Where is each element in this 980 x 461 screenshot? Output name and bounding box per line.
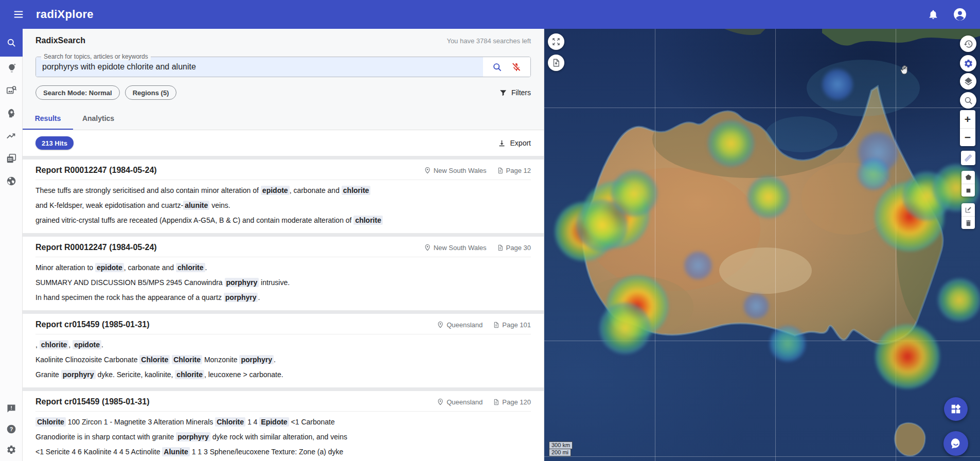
keyword-highlight: porphyry <box>176 432 210 441</box>
chat-fab[interactable] <box>943 431 968 456</box>
results-list: Report R00012247 (1984-05-24)New South W… <box>23 159 544 461</box>
report-snippet-line: These tuffs are strongly sericitised and… <box>35 186 531 195</box>
widgets-fab[interactable] <box>944 397 968 421</box>
tab-results[interactable]: Results <box>23 107 73 130</box>
snippet-text: Kaolinite Clinozoisite Carbonate <box>35 356 139 364</box>
map-search-button[interactable] <box>960 92 976 109</box>
sidebar-item-ideas[interactable] <box>0 57 23 79</box>
zoom-out-button[interactable]: − <box>960 128 975 146</box>
keyword-highlight: Chlorite <box>172 355 202 364</box>
report-snippet-line: Granite porphyry dyke. Sericite, kaolini… <box>35 370 531 379</box>
svg-text:?: ? <box>9 426 13 432</box>
divider <box>35 334 531 334</box>
sidebar-item-psychology[interactable] <box>0 102 23 125</box>
app-title: radiXplore <box>36 8 94 21</box>
pentagon-icon <box>965 173 972 181</box>
account-button[interactable] <box>953 8 967 21</box>
snippet-text: 1 1 3 Sphene/leucoxene Texture: Zone (a)… <box>190 448 344 456</box>
map-export-document-button[interactable] <box>548 55 564 71</box>
report-title[interactable]: Report cr015459 (1985-01-31) <box>35 320 149 329</box>
keyword-highlight: chlorite <box>176 263 205 272</box>
sidebar-item-settings[interactable] <box>0 439 23 460</box>
account-circle-icon <box>953 8 967 21</box>
snippet-text: . <box>101 341 103 349</box>
report-card[interactable]: Report cr015459 (1985-01-31)QueenslandPa… <box>23 391 544 461</box>
report-card[interactable]: Report R00012247 (1984-05-24)New South W… <box>23 159 544 233</box>
regions-chip[interactable]: Regions (5) <box>125 85 177 100</box>
report-card[interactable]: Report R00012247 (1984-05-24)New South W… <box>23 237 544 310</box>
report-snippet-line: Chlorite 100 Zircon 1 - Magnetite 3 Alte… <box>35 418 531 427</box>
report-snippet-line: grained vitric-crystal tuffs are receate… <box>35 216 531 225</box>
report-card[interactable]: Report cr015459 (1985-01-31)QueenslandPa… <box>23 314 544 387</box>
snippet-text: 1 4 <box>245 418 259 426</box>
export-button[interactable]: Export <box>497 139 531 148</box>
report-region: New South Wales <box>424 244 487 252</box>
report-title[interactable]: Report cr015459 (1985-01-31) <box>35 397 149 406</box>
map-history-button[interactable] <box>960 36 976 52</box>
heatmap-layer <box>544 29 980 461</box>
delete-button[interactable] <box>961 216 975 229</box>
report-page: Page 101 <box>493 321 531 329</box>
search-submit-button[interactable] <box>492 62 503 73</box>
dataset-table-icon <box>6 153 17 164</box>
snippet-text: Monzonite <box>202 356 239 364</box>
report-meta: New South WalesPage 30 <box>424 244 531 252</box>
map-settings-button[interactable] <box>960 55 976 72</box>
heatmap-blob <box>684 252 712 280</box>
keyword-highlight: chlorite <box>40 340 69 349</box>
gear-icon <box>964 59 973 68</box>
tab-analytics[interactable]: Analytics <box>73 107 123 130</box>
hits-badge: 213 Hits <box>35 136 74 150</box>
sidebar-item-help[interactable]: ? <box>0 419 23 439</box>
zoom-in-button[interactable]: + <box>960 110 975 128</box>
sidebar-item-trends[interactable] <box>0 125 23 147</box>
keyword-highlight: Chlorite <box>215 417 245 427</box>
report-snippet-line: Kaolinite Clinozoisite Carbonate Chlorit… <box>35 356 531 364</box>
results-area: 213 Hits Export Report R00012247 (1984-0… <box>23 130 544 461</box>
sidebar-item-globe[interactable] <box>0 170 23 192</box>
measure-button[interactable] <box>961 151 975 165</box>
report-title[interactable]: Report R00012247 (1984-05-24) <box>35 166 157 175</box>
report-page: Page 12 <box>497 167 531 174</box>
sidebar-item-datasets[interactable] <box>0 147 23 170</box>
map-fullscreen-button[interactable] <box>548 33 564 50</box>
snippet-text: , leucoxene > carbonate. <box>204 370 283 379</box>
filters-button[interactable]: Filters <box>499 88 531 97</box>
keyword-highlight: epidote <box>95 263 124 272</box>
draw-polygon-button[interactable] <box>961 171 975 184</box>
mic-off-button[interactable] <box>511 62 522 73</box>
snippet-text: grained vitric-crystal tuffs are receate… <box>35 216 353 224</box>
snippet-text: 100 Zircon 1 - Magnetite 3 Alteration Mi… <box>66 418 215 426</box>
snippet-text: . <box>205 263 207 272</box>
search-icon <box>6 38 16 48</box>
report-title[interactable]: Report R00012247 (1984-05-24) <box>35 243 157 252</box>
widgets-icon <box>950 403 961 415</box>
sidebar: ? <box>0 29 23 461</box>
map[interactable]: + − 300 km 200 mi <box>544 29 980 461</box>
report-snippet-line: In hand specimen the rock has the appear… <box>35 293 531 302</box>
sidebar-item-search[interactable] <box>0 29 23 57</box>
file-upload-icon <box>551 58 561 67</box>
notifications-button[interactable] <box>928 9 939 20</box>
sidebar-item-image-search[interactable] <box>0 79 23 102</box>
map-search-icon <box>964 96 973 105</box>
page-file-icon <box>493 322 500 328</box>
heatmap-blob <box>747 176 790 218</box>
snippet-text: , carbonate and <box>290 186 342 194</box>
edit-button[interactable] <box>961 203 975 216</box>
report-snippet-line: , chlorite, epidote. <box>35 341 531 349</box>
heatmap-blob <box>938 278 980 322</box>
report-page: Page 120 <box>493 398 531 406</box>
report-snippet-line: SUMMARY AND DISCUSSION B5/MPS 2945 Canow… <box>35 278 531 287</box>
location-pin-icon <box>437 398 444 405</box>
report-region: New South Wales <box>424 167 487 174</box>
search-field-label: Search for topics, articles or keywords <box>41 53 151 60</box>
map-layers-button[interactable] <box>960 73 976 90</box>
draw-rectangle-button[interactable] <box>961 184 975 197</box>
heatmap-blob <box>743 293 769 319</box>
location-pin-icon <box>424 167 431 174</box>
keyword-highlight: epidote <box>261 186 290 195</box>
menu-button[interactable] <box>8 4 29 25</box>
search-mode-chip[interactable]: Search Mode: Normal <box>35 85 120 100</box>
sidebar-item-feedback[interactable] <box>0 398 23 419</box>
